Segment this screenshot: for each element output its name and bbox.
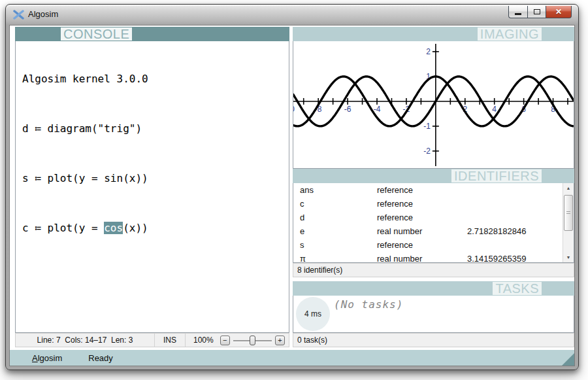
identifier-value: 3.14159265359 [467, 252, 526, 263]
tasks-header: TASKS [293, 281, 574, 296]
identifier-type: reference [377, 197, 413, 211]
cursor-position: Line: 7 Cols: 14–17 Len: 3 [16, 336, 154, 345]
caption-buttons: ✕ [508, 6, 572, 18]
console-line: d ≔ diagram("trig") [22, 122, 289, 147]
title-bar[interactable]: Algosim ✕ [6, 5, 578, 25]
svg-text:4: 4 [492, 105, 497, 114]
zoom-slider[interactable] [233, 336, 272, 345]
identifier-type: reference [377, 238, 413, 252]
identifier-name: e [300, 224, 304, 238]
right-panels: IMAGING -10-8-6-4-224681021-1-2 IDENTIFI… [293, 27, 574, 347]
close-button[interactable]: ✕ [546, 6, 572, 18]
console-status-bar: Line: 7 Cols: 14–17 Len: 3 INS 100% − + [15, 333, 289, 347]
identifier-type: reference [377, 183, 413, 197]
maximize-icon [534, 9, 540, 14]
zoom-slider-thumb[interactable] [250, 336, 255, 345]
algosim-butterfly-icon [13, 9, 24, 20]
zoom-controls: 100% − + [186, 336, 289, 345]
scrollbar-thumb[interactable] [564, 195, 573, 231]
desktop: Algosim ✕ CONSOLE Algosim kernel 3.0.0 d… [0, 0, 588, 380]
console-header: CONSOLE [15, 27, 289, 41]
tasks-panel: 4 ms (No tasks) [293, 296, 574, 333]
window-title: Algosim [28, 9, 58, 19]
imaging-header: IMAGING [293, 27, 574, 41]
tasks-status-bar: 0 task(s) [293, 333, 574, 347]
console-editor[interactable]: Algosim kernel 3.0.0 d ≔ diagram("trig")… [15, 41, 289, 333]
trig-plot[interactable]: -10-8-6-4-224681021-1-2 [293, 41, 574, 169]
identifiers-scrollbar[interactable]: ▲ ▼ [563, 183, 574, 262]
identifiers-header-label: IDENTIFIERS [451, 169, 542, 182]
bottom-menu-bar: Algosim Ready [10, 350, 574, 366]
imaging-header-label: IMAGING [478, 27, 542, 41]
console-line: c ≔ plot(y = cos(x)) [22, 222, 289, 247]
identifier-name: s [300, 238, 304, 252]
insert-mode-indicator: INS [155, 336, 185, 345]
svg-text:2: 2 [426, 47, 431, 56]
identifier-row[interactable]: ansreference [293, 183, 574, 197]
zoom-in-button[interactable]: + [275, 336, 285, 345]
identifiers-header: IDENTIFIERS [293, 169, 574, 183]
selected-text: cos [104, 222, 123, 234]
minimize-button[interactable] [508, 6, 527, 18]
minimize-icon [515, 13, 521, 15]
console-panel: CONSOLE Algosim kernel 3.0.0 d ≔ diagram… [15, 27, 289, 347]
identifier-row[interactable]: creference [293, 197, 574, 211]
scroll-down-arrow[interactable]: ▼ [563, 252, 574, 262]
plot-canvas: -10-8-6-4-224681021-1-2 [293, 41, 574, 167]
identifier-type: reference [377, 211, 413, 224]
svg-text:-10: -10 [293, 105, 295, 114]
svg-text:-2: -2 [423, 147, 431, 156]
identifiers-list: ansreferencecreferencedreferenceereal nu… [293, 183, 574, 263]
resize-grip[interactable] [562, 353, 574, 366]
client-area: CONSOLE Algosim kernel 3.0.0 d ≔ diagram… [9, 25, 575, 366]
no-tasks-label: (No tasks) [334, 298, 403, 311]
console-line: s ≔ plot(y = sin(x)) [22, 172, 289, 197]
identifier-value: 2.71828182846 [467, 224, 526, 238]
identifier-type: real number [377, 224, 422, 238]
identifier-name: c [300, 197, 304, 211]
identifiers-status-bar: 8 identifier(s) [293, 263, 574, 277]
svg-text:-6: -6 [344, 105, 351, 114]
console-line: Algosim kernel 3.0.0 [22, 73, 289, 97]
maximize-button[interactable] [527, 6, 546, 18]
status-ready: Ready [88, 353, 113, 363]
identifier-row[interactable]: dreference [293, 211, 574, 224]
close-icon: ✕ [555, 7, 562, 16]
algosim-window: Algosim ✕ CONSOLE Algosim kernel 3.0.0 d… [5, 4, 579, 370]
algosim-menu[interactable]: Algosim [32, 353, 62, 363]
scroll-up-arrow[interactable]: ▲ [563, 183, 574, 193]
console-header-label: CONSOLE [61, 27, 132, 41]
identifier-row[interactable]: πreal number3.14159265359 [293, 252, 574, 263]
task-time-badge: 4 ms [296, 297, 330, 331]
identifier-name: ans [300, 183, 314, 197]
identifier-name: d [300, 211, 304, 224]
tasks-header-label: TASKS [493, 282, 542, 295]
svg-text:-1: -1 [423, 122, 431, 131]
zoom-out-button[interactable]: − [220, 336, 230, 345]
identifier-row[interactable]: ereal number2.71828182846 [293, 224, 574, 238]
zoom-level: 100% [193, 336, 214, 345]
identifier-name: π [300, 252, 306, 263]
identifier-row[interactable]: sreference [293, 238, 574, 252]
identifier-type: real number [377, 252, 422, 263]
